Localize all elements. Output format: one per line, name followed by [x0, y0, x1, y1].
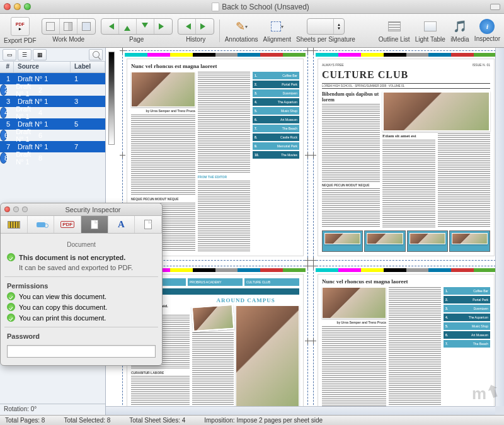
work-mode-3-button[interactable] — [77, 19, 95, 34]
perm-print: You can print this document. — [19, 314, 106, 322]
check-icon — [7, 303, 15, 311]
annotations-tool[interactable]: ✎▾ Annotations — [225, 18, 258, 43]
gradient-strip[interactable] — [108, 52, 115, 145]
col-source[interactable]: Source — [14, 62, 71, 72]
p1-subhead: NEQUE PECUN MODUT NEQUE — [131, 197, 195, 201]
p2-alwaysfree: ALWAYS FREE — [322, 63, 344, 67]
encryption-status: This document is not encrypted. — [19, 254, 125, 261]
spread-4[interactable]: Nunc vel rhoncus est magna laoreet by Ur… — [313, 266, 499, 416]
light-table-icon — [421, 18, 440, 35]
inspector-sublabel: Document — [7, 241, 156, 248]
alignment-tool[interactable]: ▾ Alignment — [263, 18, 291, 43]
inspector-min-button[interactable] — [13, 207, 19, 212]
check-icon — [7, 314, 15, 322]
inspector-zoom-button[interactable] — [22, 207, 28, 212]
page-next-button[interactable] — [154, 19, 172, 34]
p2-art2: Etiam sit amet est — [382, 133, 435, 139]
list-row[interactable]: 4Draft N° 14 — [0, 107, 7, 118]
toolbar-toggle-button[interactable] — [490, 4, 500, 10]
inspector-tab-4[interactable] — [81, 216, 108, 233]
minimize-button[interactable] — [14, 3, 21, 10]
password-field[interactable] — [7, 345, 156, 358]
inspector-close-button[interactable] — [4, 207, 10, 212]
page-tool: Page — [101, 18, 173, 43]
close-button[interactable] — [4, 3, 11, 10]
sheets-value — [307, 19, 334, 34]
imedia-icon: 🎵 — [450, 18, 469, 35]
permissions-heading: Permissions — [7, 282, 156, 290]
col-label[interactable]: Label — [71, 62, 105, 72]
page-tab-icon — [144, 220, 152, 229]
sheets-stepper[interactable]: ▲▼ — [334, 19, 344, 34]
document-icon — [212, 3, 219, 11]
history-back-button[interactable] — [178, 19, 196, 34]
spread-2[interactable]: ALWAYS FREEISSUE N. 01 CULTURE CLUB LORE… — [313, 50, 499, 261]
light-table-tool[interactable]: Light Table — [415, 18, 445, 43]
security-inspector-panel: Security Inspector PDF A Document This d… — [0, 203, 163, 366]
perm-copy: You can copy this document. — [19, 303, 107, 311]
p3-tag3: CULTURE CLUB — [244, 278, 299, 286]
page-down-button[interactable] — [137, 19, 154, 34]
check-icon — [7, 253, 15, 261]
window-title-text: Back to School (Unsaved) — [222, 3, 309, 11]
sidebar-search[interactable] — [89, 49, 103, 60]
pencil-icon: ✎▾ — [232, 18, 251, 35]
window-title: Back to School (Unsaved) — [31, 3, 490, 11]
window-controls — [4, 3, 31, 10]
history-label: History — [186, 36, 205, 43]
zoom-button[interactable] — [24, 3, 31, 10]
status-total-sheet-sides: Total Sheet Sides: 4 — [129, 417, 185, 424]
inspector-tab-2[interactable] — [28, 216, 55, 233]
work-mode-label: Work Mode — [52, 36, 84, 43]
resize-corner[interactable] — [495, 406, 504, 415]
page-label: Page — [129, 36, 144, 43]
scrollbar-horizontal[interactable] — [106, 406, 495, 415]
imedia-tool[interactable]: 🎵 iMedia — [450, 18, 469, 43]
alignment-label: Alignment — [263, 36, 291, 43]
inspector-tool[interactable]: i Inspector — [474, 19, 500, 42]
sidebar-tools: ▭ ☰ ▦ — [0, 48, 105, 62]
history-forward-button[interactable] — [196, 19, 214, 34]
sidebar-view-3[interactable]: ▦ — [33, 49, 47, 60]
p4-headline: Nunc vel rhoncus est magna laoreet — [322, 278, 490, 285]
page-prev-button[interactable] — [101, 19, 119, 34]
work-mode-1-button[interactable] — [42, 19, 60, 34]
inspector-tab-1[interactable] — [1, 216, 28, 233]
sheets-per-signature-tool[interactable]: ▲▼ Sheets per Signature — [296, 18, 355, 43]
inspector-titlebar[interactable]: Security Inspector — [1, 203, 162, 216]
pdf-badge-icon: PDF — [60, 221, 74, 228]
info-icon: i — [479, 19, 495, 34]
export-pdf-tool[interactable]: PDF▸ Export PDF — [4, 17, 37, 44]
canvas[interactable]: Nunc vel rhoncus est magna laoreet by Ur… — [106, 48, 504, 415]
annotations-label: Annotations — [225, 36, 258, 43]
sidebar-view-1[interactable]: ▭ — [3, 49, 16, 60]
statusbar: Total Pages: 8 Total Selected: 8 Total S… — [0, 415, 504, 425]
work-mode-2-button[interactable] — [60, 19, 77, 34]
col-number[interactable]: # — [0, 62, 14, 72]
inspector-tab-6[interactable] — [135, 216, 162, 233]
font-icon: A — [118, 219, 125, 230]
sidebar-view-2[interactable]: ☰ — [18, 49, 32, 60]
rotation-display: Rotation: 0° — [0, 404, 105, 415]
p1-headline: Nunc vel rhoncus est magna laoreet — [131, 63, 299, 69]
list-row[interactable]: 2Draft N° 12 — [0, 84, 7, 96]
inspector-tab-5[interactable]: A — [108, 216, 135, 233]
perm-view: You can view this document. — [19, 293, 106, 300]
outline-list-label: Outline List — [379, 36, 410, 43]
page-up-button[interactable] — [119, 19, 137, 34]
outline-list-icon — [385, 18, 404, 35]
work-mode-tool: Work Mode — [42, 18, 96, 43]
list-row[interactable]: 6Draft N° 16 — [0, 130, 7, 141]
outline-list-tool[interactable]: Outline List — [379, 18, 410, 43]
inspector-tab-3[interactable]: PDF — [54, 216, 81, 233]
p1-byline: by Urna Semper and Trenz Pruca — [131, 109, 195, 113]
password-heading: Password — [7, 332, 156, 340]
list-row[interactable]: 8Draft N° 18 — [0, 152, 7, 164]
inspector-body: Document This document is not encrypted.… — [1, 234, 162, 365]
p2-tagline: LOREM HIGH SCHOOL · SPRING/SUMMER 2008 ·… — [322, 83, 490, 89]
search-icon — [93, 51, 100, 58]
sheets-label: Sheets per Signature — [296, 36, 355, 43]
scrollbar-vertical[interactable] — [495, 48, 504, 406]
key-icon — [37, 222, 45, 227]
p1-editor: FROM THE EDITOR — [198, 175, 250, 179]
